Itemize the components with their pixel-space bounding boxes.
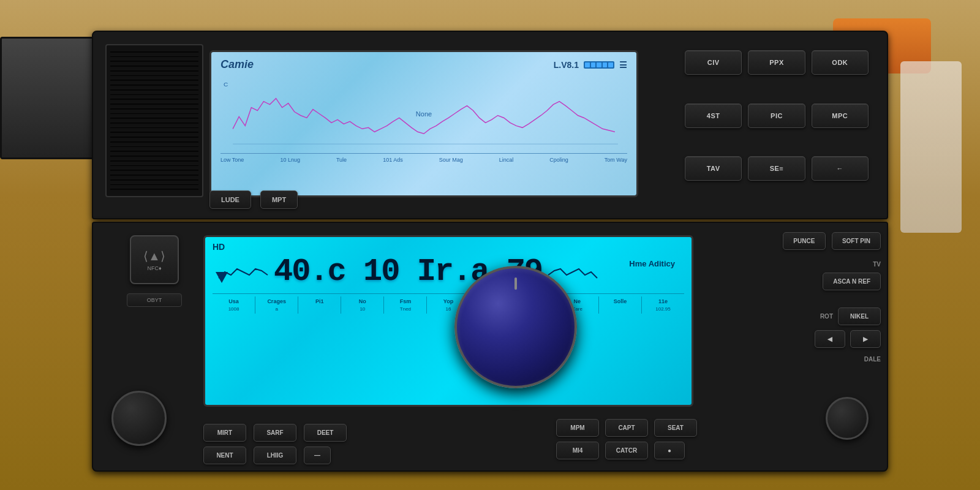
display-title: Camie	[221, 58, 254, 71]
grille-line	[110, 113, 198, 115]
asca-n-ref-button[interactable]: ASCA N REF	[823, 273, 881, 290]
grille-line	[110, 75, 198, 77]
volume-knob[interactable]	[826, 397, 869, 440]
top-right-buttons: CIV PPX ODK 4ST PIC MPC TAV SE≡ ←	[679, 44, 875, 209]
far-right-top-row: PUNCE SOFT PIN	[722, 232, 881, 250]
grille-line	[110, 104, 198, 105]
civ-button[interactable]: CIV	[685, 50, 742, 75]
grille-line	[110, 123, 198, 124]
bd-label-solle: Solle	[599, 296, 642, 314]
bd-label-crages: Crages a	[255, 296, 298, 314]
grille-line	[110, 189, 198, 190]
odk-button[interactable]: ODK	[812, 50, 869, 75]
far-right-arrow-row: ◀ ▶	[722, 330, 881, 348]
grille-line	[110, 94, 198, 96]
rot-label: ROT	[820, 313, 833, 320]
tuning-knob-container	[448, 260, 583, 394]
bd-label-11e: 11e 102.95	[642, 296, 684, 314]
deet-button[interactable]: DEET	[304, 424, 347, 442]
display-level: L.V8.1 ☰	[554, 60, 627, 70]
seat-button[interactable]: SEAT	[654, 419, 697, 437]
speaker-grille	[105, 44, 203, 197]
tav-button[interactable]: TAV	[685, 156, 742, 181]
bottom-unit: ⟨▲⟩ NFC♦ OBYT HD 40.c 10 Ir.a 79	[92, 222, 888, 472]
bd-wave-left-svg	[213, 254, 274, 290]
grille-line	[110, 160, 198, 162]
level-bar	[584, 61, 614, 69]
nfc-label: NFC♦	[147, 265, 161, 271]
grille-line	[110, 137, 198, 138]
knob-marker	[514, 277, 517, 290]
mpm-button[interactable]: MPM	[556, 419, 599, 437]
grille-line	[110, 151, 198, 152]
menu-icon: ☰	[619, 60, 627, 70]
mi4-button[interactable]: MI4	[556, 442, 599, 459]
mpt-button[interactable]: MPT	[260, 190, 298, 209]
far-right-section: PUNCE SOFT PIN TV ASCA N REF ROT NIKEL ◀…	[722, 232, 881, 363]
top-unit-bottom-row: LUDE MPT	[209, 190, 669, 209]
obyt-button[interactable]: OBYT	[127, 293, 182, 307]
grille-line	[110, 184, 198, 186]
se-button[interactable]: SE≡	[748, 156, 805, 181]
grille-line	[110, 170, 198, 171]
grille-line	[110, 146, 198, 148]
sarf-button[interactable]: SARF	[254, 424, 296, 442]
grille-line	[110, 118, 198, 119]
pic-button[interactable]: PIC	[748, 104, 805, 128]
far-right-dale-row: DALE	[722, 356, 881, 363]
4st-button[interactable]: 4ST	[685, 104, 742, 128]
grille-line	[110, 141, 198, 143]
right-btn-row-2: MI4 CATCR ●	[556, 442, 697, 459]
mpc-button[interactable]: MPC	[812, 104, 869, 128]
svg-marker-2	[216, 272, 228, 283]
grille-line	[110, 156, 198, 157]
waveform-area: C None	[221, 74, 627, 154]
device-container: NDT OFT WDI Camie L.V8.1	[92, 31, 888, 472]
ppx-button[interactable]: PPX	[748, 50, 805, 75]
punce-button[interactable]: PUNCE	[783, 232, 826, 250]
background-white-device	[900, 61, 962, 233]
background-monitor	[0, 37, 98, 159]
mid-right-buttons: MPM CAPT SEAT MI4 CATCR ●	[556, 419, 697, 459]
back-button[interactable]: ←	[812, 156, 869, 181]
grille-line	[110, 85, 198, 86]
top-display: Camie L.V8.1 ☰	[209, 50, 638, 197]
lude-button[interactable]: LUDE	[209, 190, 251, 209]
dash-button[interactable]: —	[304, 447, 331, 464]
small-knob-left[interactable]	[111, 391, 167, 446]
grille-line	[110, 61, 198, 62]
nfc-button[interactable]: ⟨▲⟩ NFC♦	[130, 235, 179, 284]
capt-button[interactable]: CAPT	[605, 419, 648, 437]
tuning-knob[interactable]	[454, 266, 577, 388]
grille-line	[110, 51, 198, 53]
arrow-left-button[interactable]: ◀	[815, 330, 845, 348]
grille-line	[110, 99, 198, 100]
chart-labels: Low Tone 10 Lnug Tule 101 Ads Sour Mag L…	[221, 157, 627, 163]
nfc-icon: ⟨▲⟩	[143, 249, 165, 263]
grille-line	[110, 179, 198, 181]
grille-line	[110, 127, 198, 129]
lhiig-button[interactable]: LHIIG	[254, 447, 296, 464]
chart-none-label: None	[416, 110, 432, 118]
top-unit: NDT OFT WDI Camie L.V8.1	[92, 31, 888, 219]
right-btn-row-1: MPM CAPT SEAT	[556, 419, 697, 437]
grille-line	[110, 108, 198, 110]
arrow-right-button[interactable]: ▶	[850, 330, 881, 348]
bd-label-usa: Usa 1008	[213, 296, 255, 314]
nent-button[interactable]: NENT	[203, 447, 246, 464]
mirt-button[interactable]: MIRT	[203, 424, 246, 442]
grille-line	[110, 80, 198, 81]
far-right-tv-label: TV	[722, 261, 881, 268]
grille-line	[110, 165, 198, 167]
catcr-button[interactable]: CATCR	[605, 442, 648, 459]
grille-line	[110, 132, 198, 133]
grille-line	[110, 175, 198, 176]
far-right-nikel-row: ROT NIKEL	[722, 307, 881, 325]
bd-label-fsm: Fsm Tned	[384, 296, 427, 314]
dot-button[interactable]: ●	[654, 442, 685, 459]
far-right-mid-row: ASCA N REF	[722, 273, 881, 290]
nikel-button[interactable]: NIKEL	[838, 307, 881, 325]
tv-label: TV	[873, 261, 881, 268]
soft-pin-button[interactable]: SOFT PIN	[832, 232, 881, 250]
svg-text:C: C	[224, 81, 228, 88]
